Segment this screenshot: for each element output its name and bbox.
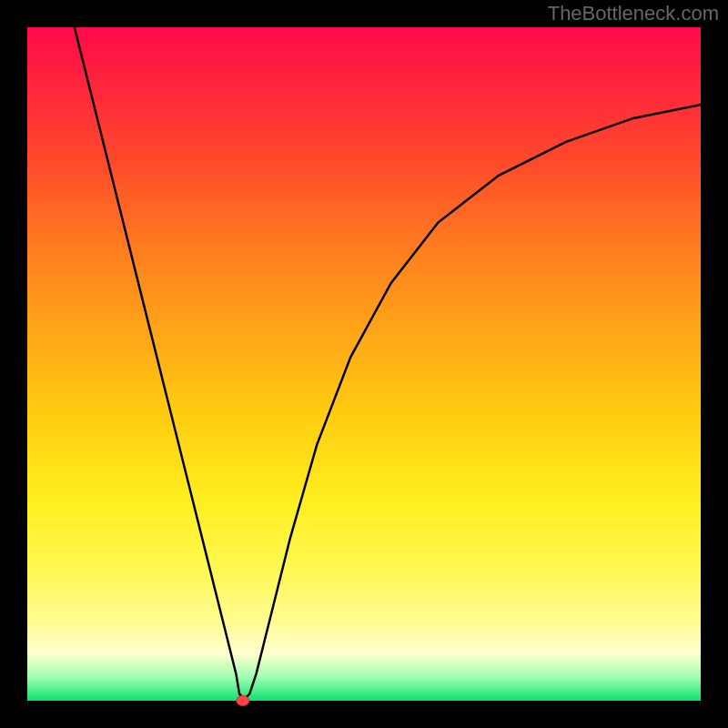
minimum-marker <box>237 696 249 706</box>
watermark-text: TheBottleneck.com <box>548 2 719 25</box>
gradient-background <box>27 27 701 701</box>
bottleneck-chart <box>0 0 728 728</box>
chart-container: TheBottleneck.com <box>0 0 728 728</box>
